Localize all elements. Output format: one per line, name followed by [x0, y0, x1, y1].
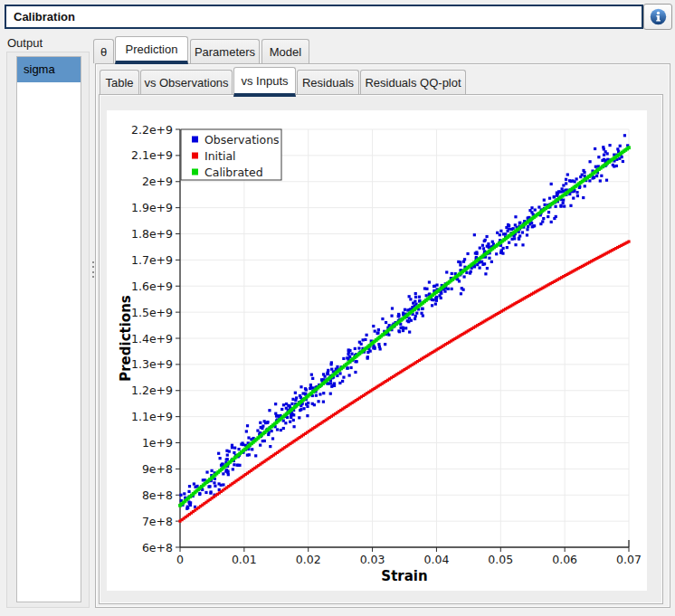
tab-theta[interactable]: θ	[93, 39, 114, 63]
svg-text:2.2e+9: 2.2e+9	[131, 123, 173, 137]
svg-text:2.1e+9: 2.1e+9	[131, 148, 173, 162]
tab-vs-inputs[interactable]: vs Inputs	[233, 67, 296, 97]
svg-text:1.7e+9: 1.7e+9	[131, 253, 173, 267]
info-button[interactable]	[643, 4, 672, 30]
tab-vs-observations[interactable]: vs Observations	[140, 70, 233, 94]
svg-text:Observations: Observations	[204, 133, 280, 147]
svg-text:1.9e+9: 1.9e+9	[131, 201, 173, 214]
svg-text:1.6e+9: 1.6e+9	[131, 280, 173, 293]
svg-text:1.4e+9: 1.4e+9	[131, 332, 173, 346]
svg-text:1e+9: 1e+9	[142, 436, 173, 450]
svg-text:8e+8: 8e+8	[142, 488, 173, 502]
output-panel-title: Output	[7, 36, 43, 50]
tab-parameters[interactable]: Parameters	[190, 39, 260, 63]
svg-text:1.3e+9: 1.3e+9	[131, 357, 173, 371]
svg-text:0: 0	[176, 553, 184, 566]
list-item-sigma[interactable]: sigma	[17, 57, 81, 82]
svg-text:6e+8: 6e+8	[142, 541, 173, 554]
tab-model[interactable]: Model	[261, 39, 309, 63]
calibration-window: Output sigma θ Prediction Parameters Mod…	[0, 0, 675, 616]
svg-text:Calibrated: Calibrated	[204, 166, 263, 179]
svg-text:0.02: 0.02	[296, 553, 321, 566]
svg-text:Initial: Initial	[204, 149, 236, 163]
svg-text:1.8e+9: 1.8e+9	[131, 227, 173, 241]
info-icon	[650, 8, 667, 25]
output-list: sigma	[16, 56, 81, 602]
svg-text:1.1e+9: 1.1e+9	[131, 410, 173, 423]
svg-text:Strain: Strain	[381, 568, 427, 584]
svg-text:0.03: 0.03	[360, 553, 385, 566]
svg-text:0.06: 0.06	[552, 553, 577, 566]
svg-text:0.05: 0.05	[488, 553, 513, 566]
svg-text:7e+8: 7e+8	[142, 515, 173, 528]
chart-canvas: 6e+87e+88e+89e+81e+91.1e+91.2e+91.3e+91.…	[107, 110, 647, 591]
svg-text:1.2e+9: 1.2e+9	[131, 384, 173, 397]
calibration-name-input[interactable]	[5, 5, 643, 29]
svg-text:0.07: 0.07	[616, 553, 642, 566]
svg-text:0.01: 0.01	[232, 553, 257, 566]
svg-text:1.5e+9: 1.5e+9	[131, 306, 173, 319]
tab-table[interactable]: Table	[100, 70, 139, 94]
svg-text:0.04: 0.04	[424, 553, 450, 566]
svg-text:9e+8: 9e+8	[142, 462, 173, 476]
svg-text:Predictions: Predictions	[118, 295, 134, 382]
svg-text:2e+9: 2e+9	[142, 175, 173, 188]
tab-residuals-qq-plot[interactable]: Residuals QQ-plot	[360, 70, 466, 94]
tab-prediction[interactable]: Prediction	[115, 36, 188, 64]
tab-residuals[interactable]: Residuals	[297, 70, 359, 94]
predictions-vs-inputs-chart: 6e+87e+88e+89e+81e+91.1e+91.2e+91.3e+91.…	[107, 110, 647, 591]
